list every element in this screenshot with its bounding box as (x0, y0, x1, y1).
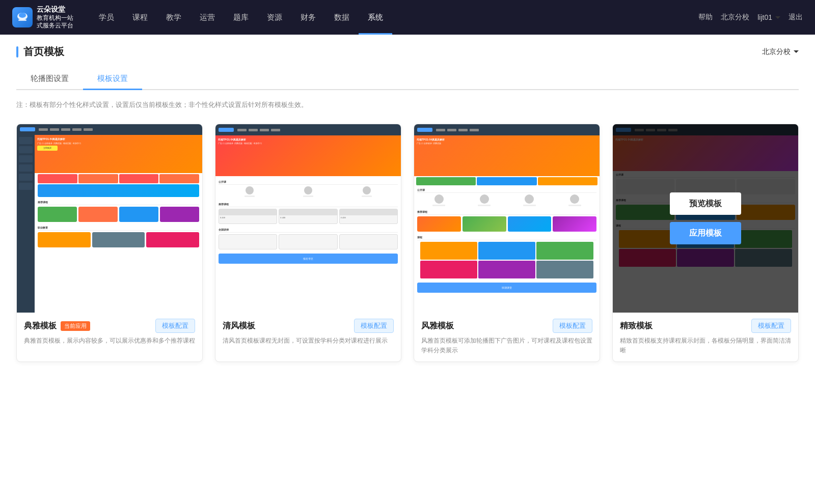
note-text: 注：模板有部分个性化样式设置，设置后仅当前模板生效；非个性化样式设置后针对所有模… (16, 100, 799, 109)
svg-point-1 (19, 13, 26, 18)
template-desc-3: 风雅首页模板可添加轮播图下广告图片，可对课程及课程包设置学科分类展示 (421, 336, 592, 355)
nav-menu: 学员 课程 教学 运营 题库 资源 财务 数据 系统 (90, 0, 698, 35)
nav-item-system[interactable]: 系统 (359, 0, 392, 35)
templates-grid: 托福TPO1-54真题及解析 广告 口 全部收录 ·消费优惠 ·精准匹配 · 终… (16, 124, 799, 362)
nav-branch[interactable]: 北京分校 (721, 13, 749, 22)
nav-logout[interactable]: 退出 (789, 13, 803, 22)
template-overlay-4: 预览模板 应用模板 (613, 124, 798, 313)
template-preview-2[interactable]: 托福TPO1-54真题及解析 广告 口 全部收录 ·消费优惠 ·精准匹配 · 终… (215, 124, 401, 313)
template-name-wrap-4: 精致模板 (620, 321, 653, 331)
navbar: 云朵设堂 教育机构一站 式服务云平台 学员 课程 教学 运营 题库 资源 财务 … (0, 0, 815, 35)
template-name-wrap-3: 风雅模板 (421, 321, 454, 331)
logo-icon (12, 7, 33, 27)
template-card-3: 托福TPO1-54真题及解析 广告 口 全部收录 ·消费优惠 公开课 (414, 124, 600, 362)
nav-item-courses[interactable]: 课程 (123, 0, 157, 35)
user-dropdown-icon (775, 16, 780, 19)
template-name-wrap-2: 清风模板 (223, 321, 255, 331)
page-title-bar (16, 46, 18, 58)
branch-name: 北京分校 (762, 47, 791, 57)
branch-chevron-icon (794, 50, 799, 53)
nav-item-students[interactable]: 学员 (90, 0, 123, 35)
preview-btn-4[interactable]: 预览模板 (670, 192, 741, 215)
nav-help[interactable]: 帮助 (698, 13, 713, 22)
template-footer-4: 精致模板 模板配置 精致首页模板支持课程展示封面，各模板分隔明显，界面简洁清晰 (613, 313, 798, 361)
template-name-3: 风雅模板 (421, 321, 454, 331)
page-title: 首页模板 (23, 45, 64, 59)
apply-btn-4[interactable]: 应用模板 (670, 222, 741, 244)
nav-item-operations[interactable]: 运营 (191, 0, 224, 35)
tab-carousel[interactable]: 轮播图设置 (16, 69, 83, 90)
badge-current-1: 当前应用 (61, 321, 90, 331)
config-btn-2[interactable]: 模板配置 (354, 319, 394, 333)
template-desc-1: 典雅首页模板，展示内容较多，可以展示优惠券和多个推荐课程 (24, 336, 195, 346)
branch-selector[interactable]: 北京分校 (762, 47, 799, 57)
config-btn-4[interactable]: 模板配置 (751, 319, 791, 333)
tab-template[interactable]: 模板设置 (83, 69, 142, 90)
tabs: 轮播图设置 模板设置 (16, 69, 799, 90)
template-card-4: 托福TPO1-54真题及解析 公开课 推荐课程 (612, 124, 799, 362)
nav-item-teaching[interactable]: 教学 (157, 0, 191, 35)
template-preview-3[interactable]: 托福TPO1-54真题及解析 广告 口 全部收录 ·消费优惠 公开课 (414, 124, 600, 313)
config-btn-1[interactable]: 模板配置 (155, 319, 195, 333)
nav-user[interactable]: lijt01 (757, 13, 780, 21)
template-footer-3: 风雅模板 模板配置 风雅首页模板可添加轮播图下广告图片，可对课程及课程包设置学科… (414, 313, 600, 361)
template-name-4: 精致模板 (620, 321, 653, 331)
page-content: 首页模板 北京分校 轮播图设置 模板设置 注：模板有部分个性化样式设置，设置后仅… (0, 35, 815, 504)
nav-item-questions[interactable]: 题库 (224, 0, 258, 35)
page-header: 首页模板 北京分校 (16, 45, 799, 59)
template-preview-4[interactable]: 托福TPO1-54真题及解析 公开课 推荐课程 (613, 124, 798, 313)
nav-item-finance[interactable]: 财务 (291, 0, 325, 35)
template-card-2: 托福TPO1-54真题及解析 广告 口 全部收录 ·消费优惠 ·精准匹配 · 终… (215, 124, 401, 362)
template-name-1: 典雅模板 (24, 321, 57, 331)
template-desc-4: 精致首页模板支持课程展示封面，各模板分隔明显，界面简洁清晰 (620, 336, 791, 355)
template-preview-1[interactable]: 托福TPO1-54真题及解析 广告 口 全部收录 ·消费优惠 ·精准匹配 · 终… (17, 124, 202, 313)
nav-right: 帮助 北京分校 lijt01 退出 (698, 13, 803, 22)
template-footer-1: 典雅模板 当前应用 模板配置 典雅首页模板，展示内容较多，可以展示优惠券和多个推… (17, 313, 202, 352)
template-name-2: 清风模板 (223, 321, 255, 331)
template-name-wrap-1: 典雅模板 当前应用 (24, 321, 90, 331)
template-footer-2: 清风模板 模板配置 清风首页模板课程无封面，可设置按学科分类对课程进行展示 (215, 313, 401, 352)
page-title-wrap: 首页模板 (16, 45, 64, 59)
logo[interactable]: 云朵设堂 教育机构一站 式服务云平台 (12, 5, 73, 30)
template-desc-2: 清风首页模板课程无封面，可设置按学科分类对课程进行展示 (223, 336, 394, 346)
svg-rect-2 (18, 19, 26, 21)
template-card-1: 托福TPO1-54真题及解析 广告 口 全部收录 ·消费优惠 ·精准匹配 · 终… (16, 124, 203, 362)
nav-item-resources[interactable]: 资源 (258, 0, 291, 35)
config-btn-3[interactable]: 模板配置 (553, 319, 592, 333)
logo-text: 云朵设堂 教育机构一站 式服务云平台 (37, 5, 73, 30)
nav-item-data[interactable]: 数据 (325, 0, 359, 35)
